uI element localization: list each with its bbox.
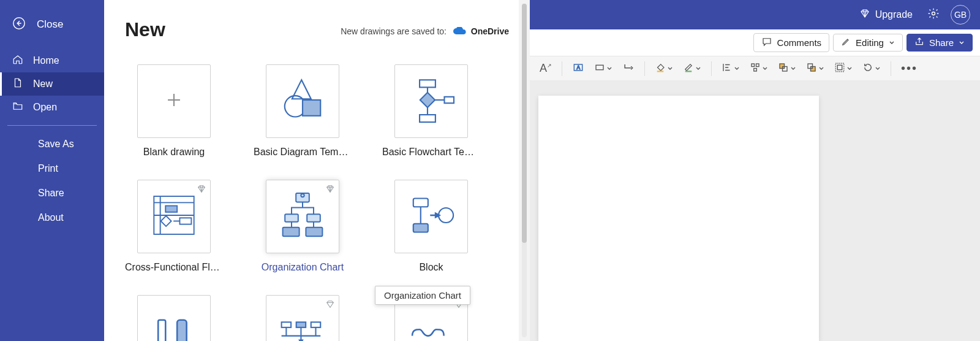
new-panel: New New drawings are saved to: OneDrive … xyxy=(104,0,530,341)
sidebar-item-saveas[interactable]: Save As xyxy=(0,132,104,156)
app-header: Upgrade GB xyxy=(530,0,980,29)
premium-icon xyxy=(325,299,335,309)
template-basic-diagram[interactable]: Basic Diagram Temp… xyxy=(254,62,352,160)
chevron-down-icon xyxy=(790,63,796,74)
svg-rect-38 xyxy=(835,63,844,72)
template-basic-flowchart[interactable]: Basic Flowchart Tem… xyxy=(382,62,480,160)
avatar-initials: GB xyxy=(954,10,967,20)
template-organization-chart[interactable]: Organization Chart xyxy=(254,177,352,275)
share-icon xyxy=(914,37,924,48)
share-button[interactable]: Share xyxy=(907,34,973,52)
ribbon-overflow-button[interactable]: ••• xyxy=(897,59,921,78)
svg-rect-28 xyxy=(596,65,603,70)
text-box-button[interactable]: A xyxy=(568,59,588,79)
block-icon xyxy=(405,189,458,244)
comments-button[interactable]: Comments xyxy=(753,33,830,52)
svg-rect-16 xyxy=(306,228,322,236)
basic-flowchart-icon xyxy=(405,74,458,129)
template-block[interactable]: Block xyxy=(382,177,480,275)
plus-icon xyxy=(164,90,184,113)
svg-rect-22 xyxy=(282,322,291,328)
svg-rect-5 xyxy=(445,97,454,103)
settings-button[interactable] xyxy=(925,5,942,25)
line-color-icon xyxy=(683,62,694,75)
line-color-button[interactable] xyxy=(679,59,705,78)
upgrade-label: Upgrade xyxy=(875,9,913,20)
svg-rect-23 xyxy=(296,322,306,328)
bring-front-button[interactable] xyxy=(774,59,800,78)
chevron-down-icon xyxy=(818,63,824,74)
position-button[interactable] xyxy=(746,59,772,78)
sidebar-item-about[interactable]: About xyxy=(0,205,104,230)
font-size-icon: A↗ xyxy=(540,62,552,75)
basic-diagram-icon xyxy=(276,74,329,129)
svg-rect-33 xyxy=(754,68,757,71)
textbox-icon: A xyxy=(572,61,584,76)
sidebar-item-label: About xyxy=(38,212,64,223)
font-size-button[interactable]: A↗ xyxy=(536,59,556,77)
canvas-area[interactable] xyxy=(530,81,980,341)
sidebar-item-print[interactable]: Print xyxy=(0,156,104,181)
svg-rect-20 xyxy=(158,320,165,341)
editing-mode-button[interactable]: Editing xyxy=(833,34,903,52)
sidebar-item-share[interactable]: Share xyxy=(0,181,104,205)
sidebar-item-new[interactable]: New xyxy=(0,72,104,96)
send-back-button[interactable] xyxy=(802,59,828,78)
account-avatar[interactable]: GB xyxy=(951,5,970,25)
svg-rect-34 xyxy=(780,64,785,69)
svg-rect-17 xyxy=(413,198,428,207)
chevron-down-icon xyxy=(762,63,768,74)
chevron-down-icon xyxy=(846,63,853,74)
chevron-down-icon xyxy=(606,63,612,74)
comments-label: Comments xyxy=(777,37,822,48)
shape-insert-button[interactable] xyxy=(590,59,616,78)
sidebar-item-open[interactable]: Open xyxy=(0,96,104,119)
svg-rect-10 xyxy=(179,218,191,224)
sidebar-item-home[interactable]: Home xyxy=(0,49,104,72)
fill-color-button[interactable] xyxy=(651,59,677,78)
template-label: Organization Chart xyxy=(262,262,344,273)
rotate-button[interactable] xyxy=(859,59,884,78)
share-label: Share xyxy=(929,37,954,48)
svg-rect-24 xyxy=(311,322,320,328)
template-partial-1[interactable] xyxy=(125,293,223,341)
connector-icon xyxy=(622,61,635,76)
close-button[interactable]: Close xyxy=(0,0,104,49)
svg-rect-13 xyxy=(285,214,298,222)
svg-rect-3 xyxy=(420,80,435,87)
folder-open-icon xyxy=(12,101,23,114)
pencil-icon xyxy=(841,37,851,48)
sidebar-separator xyxy=(7,125,97,126)
template-partial-2[interactable] xyxy=(254,293,352,341)
connector-button[interactable] xyxy=(619,59,638,79)
save-location-target[interactable]: OneDrive xyxy=(471,26,509,36)
onedrive-cloud-icon xyxy=(453,27,466,37)
svg-rect-2 xyxy=(303,100,320,116)
svg-rect-31 xyxy=(752,64,755,67)
comment-icon xyxy=(761,36,772,49)
sidebar-item-label: Share xyxy=(38,188,64,199)
align-button[interactable] xyxy=(718,59,744,78)
sidebar-item-label: Print xyxy=(38,163,58,174)
new-panel-scrollbar[interactable] xyxy=(519,0,530,341)
group-icon xyxy=(834,62,845,75)
template-label: Basic Flowchart Tem… xyxy=(382,147,480,158)
ribbon: A↗ A xyxy=(530,56,980,81)
drawing-page[interactable] xyxy=(538,96,819,341)
new-file-icon xyxy=(12,77,23,91)
group-button[interactable] xyxy=(831,59,856,78)
sidebar-item-label: Save As xyxy=(38,139,74,150)
chevron-down-icon xyxy=(889,37,895,48)
svg-rect-30 xyxy=(685,71,692,72)
chevron-down-icon xyxy=(734,63,740,74)
template-tooltip: Organization Chart xyxy=(375,286,470,305)
home-icon xyxy=(12,54,23,67)
template-blank-drawing[interactable]: Blank drawing xyxy=(125,62,223,160)
template-cross-functional[interactable]: Cross-Functional Flo… xyxy=(125,177,223,275)
upgrade-button[interactable]: Upgrade xyxy=(856,6,916,24)
collab-toolbar: Comments Editing Share xyxy=(530,29,980,56)
svg-rect-8 xyxy=(165,205,177,212)
svg-rect-36 xyxy=(811,66,816,71)
save-location-text: New drawings are saved to: xyxy=(341,26,447,36)
sidebar-item-label: New xyxy=(33,79,53,90)
